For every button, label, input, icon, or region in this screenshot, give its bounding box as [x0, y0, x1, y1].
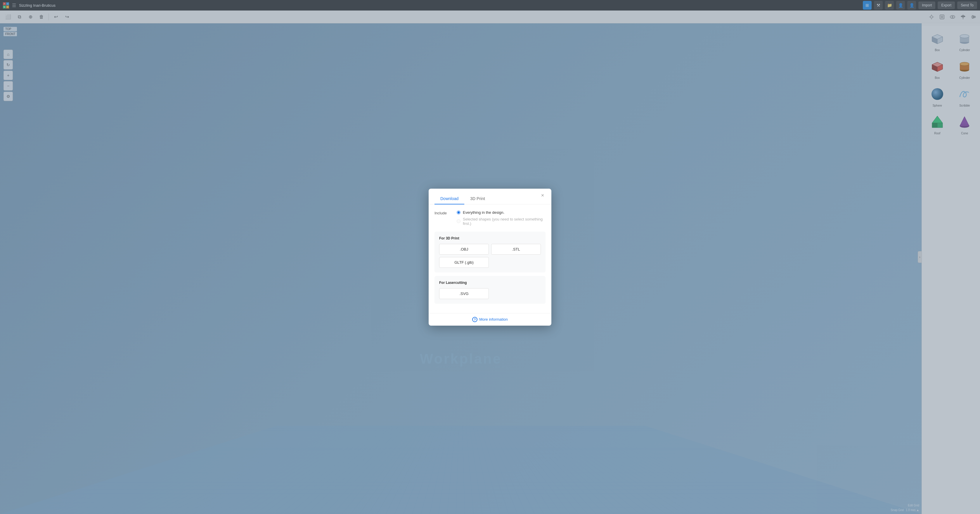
- radio-everything[interactable]: Everything in the design.: [457, 210, 546, 215]
- section-3dprint-title: For 3D Print: [439, 236, 541, 240]
- modal-footer: ? More information: [429, 313, 551, 326]
- btn-gltf[interactable]: GLTF (.glb): [439, 257, 489, 268]
- radio-everything-input[interactable]: [457, 211, 460, 214]
- tab-download[interactable]: Download: [434, 194, 464, 205]
- modal-header: Download 3D Print ×: [429, 189, 551, 205]
- modal-close-button[interactable]: ×: [538, 191, 547, 200]
- section-3dprint: For 3D Print .OBJ .STL GLTF (.glb): [434, 232, 546, 273]
- help-circle-icon: ?: [472, 317, 477, 322]
- section-laser-title: For Lasercutting: [439, 281, 541, 285]
- 3dprint-format-buttons: .OBJ .STL GLTF (.glb): [439, 244, 541, 268]
- btn-stl[interactable]: .STL: [491, 244, 541, 255]
- download-modal: Download 3D Print × Include Everything i…: [429, 189, 551, 326]
- modal-tabs: Download 3D Print: [434, 194, 491, 204]
- radio-selected-label: Selected shapes (you need to select some…: [463, 217, 546, 226]
- modal-body: Include Everything in the design. Select…: [429, 205, 551, 313]
- radio-selected[interactable]: Selected shapes (you need to select some…: [457, 217, 546, 226]
- tab-3dprint[interactable]: 3D Print: [464, 194, 491, 205]
- more-info-link[interactable]: ? More information: [472, 317, 508, 322]
- more-info-label: More information: [479, 317, 508, 322]
- include-label: Include: [434, 210, 452, 215]
- btn-obj[interactable]: .OBJ: [439, 244, 489, 255]
- include-section: Include Everything in the design. Select…: [434, 210, 546, 226]
- btn-svg[interactable]: .SVG: [439, 288, 489, 299]
- section-lasercutting: For Lasercutting .SVG: [434, 276, 546, 304]
- modal-overlay: Download 3D Print × Include Everything i…: [0, 0, 980, 514]
- radio-everything-label: Everything in the design.: [463, 210, 504, 215]
- laser-format-buttons: .SVG: [439, 288, 541, 299]
- include-options: Everything in the design. Selected shape…: [457, 210, 546, 226]
- radio-selected-input: [457, 219, 460, 223]
